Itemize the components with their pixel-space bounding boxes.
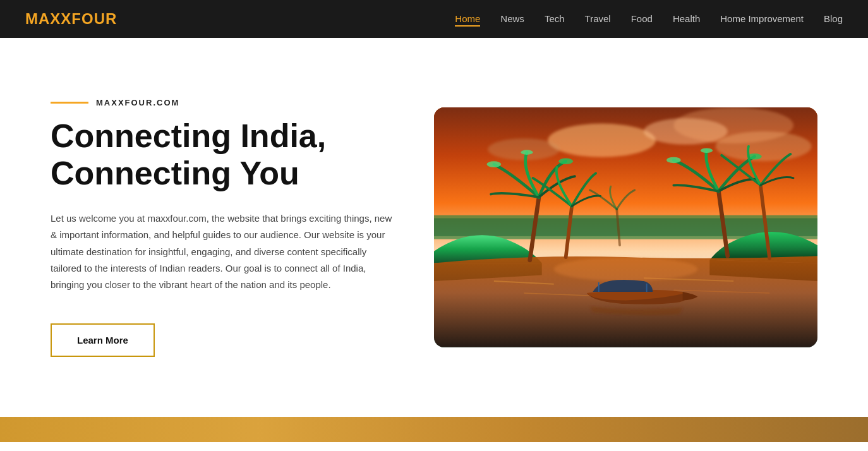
hero-title: Connecting India, Connecting You: [51, 117, 395, 193]
nav-item-news[interactable]: News: [500, 13, 524, 25]
site-logo[interactable]: MAXXFOUR: [25, 10, 117, 28]
hero-section: MAXXFOUR.COM Connecting India, Connectin…: [0, 38, 868, 417]
nav-item-home[interactable]: Home: [455, 13, 480, 25]
nav-link-blog[interactable]: Blog: [824, 13, 843, 24]
svg-point-15: [521, 150, 533, 155]
svg-point-4: [488, 139, 560, 160]
eyebrow-label: MAXXFOUR.COM: [96, 98, 179, 107]
hero-image-wrap: [434, 107, 817, 347]
svg-point-1: [548, 124, 656, 157]
svg-point-20: [701, 148, 713, 153]
nav-item-home-improvement[interactable]: Home Improvement: [720, 13, 804, 25]
svg-point-5: [673, 107, 793, 143]
svg-point-14: [486, 162, 501, 167]
nav-link-news[interactable]: News: [500, 13, 524, 24]
nav-item-health[interactable]: Health: [673, 13, 700, 25]
logo-text-part1: MAXX: [25, 10, 71, 27]
navigation: MAXXFOUR Home News Tech Travel Food Heal…: [0, 0, 868, 38]
hero-image-scene: [434, 107, 817, 347]
hero-eyebrow: MAXXFOUR.COM: [51, 98, 395, 107]
learn-more-button[interactable]: Learn More: [51, 323, 155, 357]
scene-svg: [434, 107, 817, 347]
nav-links-list: Home News Tech Travel Food Health Home I…: [455, 13, 843, 25]
nav-item-blog[interactable]: Blog: [824, 13, 843, 25]
nav-link-home-improvement[interactable]: Home Improvement: [720, 13, 804, 24]
hero-description: Let us welcome you at maxxfour.com, the …: [51, 210, 395, 293]
hero-title-line2: Connecting You: [51, 155, 299, 191]
bottom-bar: [0, 417, 868, 442]
nav-link-food[interactable]: Food: [631, 13, 653, 24]
logo-text-part2: OUR: [81, 10, 117, 27]
eyebrow-line-decoration: [51, 102, 88, 104]
hero-text-block: MAXXFOUR.COM Connecting India, Connectin…: [51, 98, 395, 358]
svg-point-12: [554, 257, 698, 281]
nav-item-food[interactable]: Food: [631, 13, 653, 25]
nav-link-tech[interactable]: Tech: [545, 13, 565, 24]
nav-link-home[interactable]: Home: [455, 13, 480, 27]
svg-point-19: [666, 157, 681, 163]
logo-highlight: F: [71, 10, 81, 27]
nav-item-tech[interactable]: Tech: [545, 13, 565, 25]
nav-link-travel[interactable]: Travel: [585, 13, 611, 24]
nav-item-travel[interactable]: Travel: [585, 13, 611, 25]
nav-link-health[interactable]: Health: [673, 13, 700, 24]
svg-point-16: [558, 159, 573, 164]
hero-title-line1: Connecting India,: [51, 117, 326, 154]
